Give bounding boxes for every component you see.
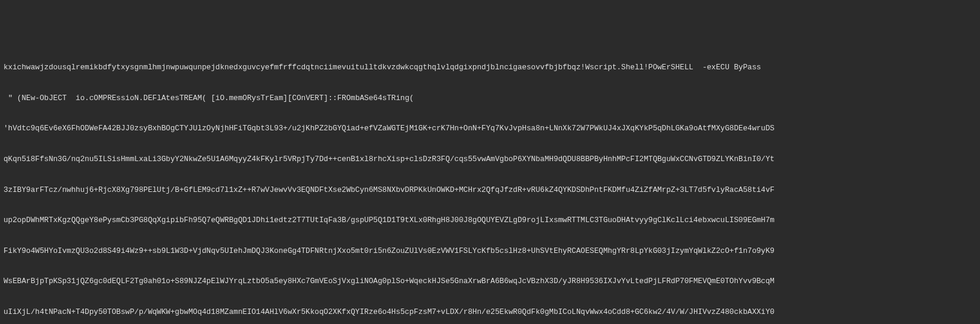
code-line: up2opDWhMRTxKgzQQgeY8ePysmCb3PG8QqXgipib… [4,215,976,225]
terminal-output: kxichwawjzdousqlremikbdfytxysgnmlhmjnwpu… [4,42,976,324]
code-line: uIiXjL/h4tNPacN+T4Dpy50TOBswP/p/WqWKW+gb… [4,307,976,317]
code-line: " (NEw-ObJECT io.cOMPREssioN.DEFlAtesTRE… [4,93,976,103]
code-line: qKqn5i8FfsNn3G/nq2nu5ILSisHmmLxaLi3GbyY2… [4,154,976,164]
code-line: WsEBArBjpTpKSp31jQZ6gc0dEQLF2Tg0ah01o+S8… [4,276,976,286]
code-line: FikY9o4W5HYoIvmzQU3o2d8S49i4Wz9++sb9L1W3… [4,246,976,256]
code-line: 'hVdtc9q6Ev6eX6FhODWeFA42BJJ0zsyBxhBOgCT… [4,123,976,133]
code-line: 3zIBY9arFTcz/nwhhuj6+RjcX8Xg798PElUtj/B+… [4,185,976,195]
code-line: kxichwawjzdousqlremikbdfytxysgnmlhmjnwpu… [4,62,976,72]
